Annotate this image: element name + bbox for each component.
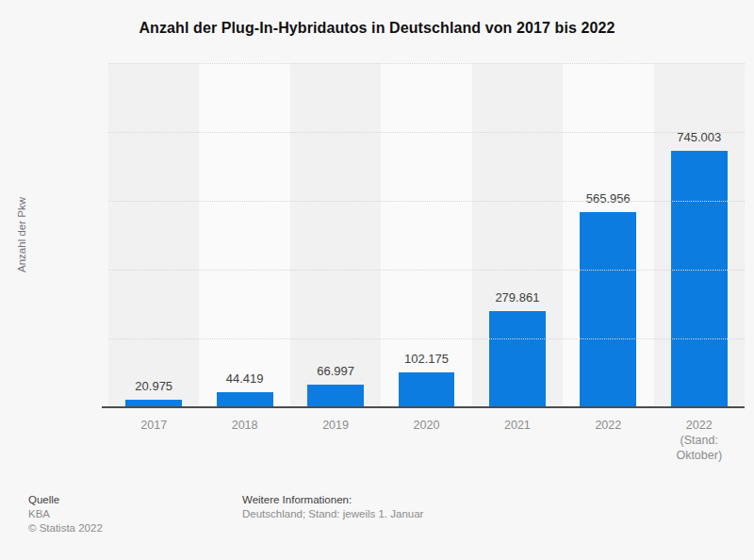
grid-line <box>108 132 745 133</box>
footer: Quelle KBA © Statista 2022 Weitere Infor… <box>28 493 726 535</box>
y-axis-title: Anzahl der Pkw <box>16 173 27 296</box>
x-tick-label: 2018 <box>199 418 289 463</box>
x-tick-label: 2019 <box>290 418 381 463</box>
x-tick-label: 2022 (Stand: Oktober) <box>654 418 745 463</box>
bar <box>307 385 364 407</box>
bar <box>399 372 455 407</box>
bar-column: 102.175 <box>381 63 471 407</box>
footer-info-block: Weitere Informationen: Deutschland; Stan… <box>242 493 726 535</box>
column-bands: 20.97544.41966.997102.175279.861565.9567… <box>108 63 745 407</box>
bar-column: 279.861 <box>472 63 563 407</box>
bar-column: 565.956 <box>563 63 653 407</box>
bar <box>217 392 273 407</box>
x-tick-label: 2022 <box>563 418 653 463</box>
bar-column: 20.975 <box>108 63 199 407</box>
bar <box>580 212 636 407</box>
grid-line <box>108 63 745 64</box>
bar <box>671 151 728 407</box>
chart-title: Anzahl der Plug-In-Hybridautos in Deutsc… <box>0 20 754 37</box>
grid-line <box>108 201 745 202</box>
footer-copyright: © Statista 2022 <box>28 521 242 535</box>
plot-area: 20.97544.41966.997102.175279.861565.9567… <box>108 63 745 407</box>
x-tick-label: 2017 <box>108 418 199 463</box>
bar <box>489 311 546 407</box>
bar-column: 745.003 <box>654 63 745 407</box>
grid-line <box>108 270 745 271</box>
grid-line <box>108 338 745 339</box>
x-axis-ticks: 2017201820192020202120222022 (Stand: Okt… <box>108 418 745 463</box>
footer-info-label: Weitere Informationen: <box>242 493 726 507</box>
chart-canvas: Anzahl der Plug-In-Hybridautos in Deutsc… <box>0 0 754 560</box>
x-tick-label: 2020 <box>381 418 471 463</box>
x-tick-label: 2021 <box>472 418 563 463</box>
x-axis-baseline <box>102 406 745 408</box>
footer-source-label: Quelle <box>28 493 242 507</box>
footer-info: Deutschland; Stand: jeweils 1. Januar <box>242 507 726 521</box>
footer-source: KBA <box>28 507 242 521</box>
bar-column: 44.419 <box>199 63 289 407</box>
footer-source-block: Quelle KBA © Statista 2022 <box>28 493 242 535</box>
